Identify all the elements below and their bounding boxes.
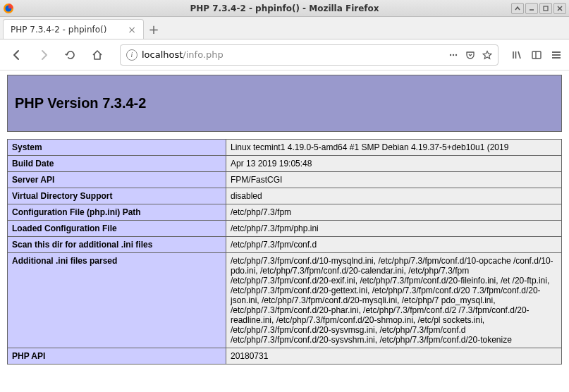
php-version-title: PHP Version 7.3.4-2 [15, 95, 554, 111]
forward-button [34, 45, 54, 65]
row-value: FPM/FastCGI [226, 172, 562, 188]
svg-point-6 [455, 54, 457, 55]
row-value: 20180731 [226, 348, 562, 365]
table-row: Server APIFPM/FastCGI [8, 172, 562, 188]
row-key: Configuration File (php.ini) Path [8, 204, 226, 221]
table-row: Virtual Directory Supportdisabled [8, 188, 562, 204]
window-maximize-button[interactable] [539, 3, 552, 14]
firefox-logo-icon [3, 3, 14, 14]
tab-bar: PHP 7.3.4-2 - phpinfo() × + [0, 17, 569, 39]
row-value: /etc/php/7.3/fpm/conf.d/10-mysqlnd.ini, … [226, 253, 562, 348]
toolbar-right [511, 49, 562, 61]
table-row: Additional .ini files parsed/etc/php/7.3… [8, 253, 562, 348]
window-minimize-button[interactable] [525, 3, 538, 14]
site-info-icon[interactable]: i [126, 49, 137, 61]
sidebar-icon[interactable] [531, 49, 542, 61]
svg-point-5 [453, 54, 454, 55]
svg-rect-3 [544, 6, 548, 11]
close-tab-icon[interactable]: × [128, 24, 136, 35]
new-tab-button[interactable]: + [144, 19, 164, 39]
row-key: Additional .ini files parsed [8, 253, 226, 348]
tab-label: PHP 7.3.4-2 - phpinfo() [11, 25, 122, 35]
svg-line-9 [518, 51, 520, 59]
row-key: System [8, 140, 226, 156]
browser-tab[interactable]: PHP 7.3.4-2 - phpinfo() × [3, 19, 144, 39]
dots-icon[interactable] [448, 50, 458, 60]
window-controls [511, 3, 566, 14]
window-title: PHP 7.3.4-2 - phpinfo() - Mozilla Firefo… [190, 4, 379, 13]
row-value: /etc/php/7.3/fpm/php.ini [226, 221, 562, 237]
row-value: Apr 13 2019 19:05:48 [226, 156, 562, 172]
window-titlebar: PHP 7.3.4-2 - phpinfo() - Mozilla Firefo… [0, 0, 569, 17]
reload-button[interactable] [61, 45, 80, 65]
table-row: Build DateApr 13 2019 19:05:48 [8, 156, 562, 172]
table-row: Loaded Configuration File/etc/php/7.3/fp… [8, 221, 562, 237]
table-row: Scan this dir for additional .ini files/… [8, 237, 562, 253]
window-close-button[interactable] [553, 3, 566, 14]
row-value: /etc/php/7.3/fpm [226, 204, 562, 221]
url-host: localhost [142, 49, 183, 60]
pocket-icon[interactable] [465, 50, 475, 60]
table-row: SystemLinux tecmint1 4.19.0-5-amd64 #1 S… [8, 140, 562, 156]
page-viewport[interactable]: PHP Version 7.3.4-2 SystemLinux tecmint1… [0, 71, 569, 392]
row-value: /etc/php/7.3/fpm/conf.d [226, 237, 562, 253]
menu-icon[interactable] [551, 49, 562, 61]
row-value: Linux tecmint1 4.19.0-5-amd64 #1 SMP Deb… [226, 140, 562, 156]
row-value: disabled [226, 188, 562, 204]
url-bar[interactable]: i localhost/info.php [120, 44, 498, 66]
phpinfo-table: SystemLinux tecmint1 4.19.0-5-amd64 #1 S… [7, 139, 562, 365]
library-icon[interactable] [511, 49, 522, 61]
row-key: Server API [8, 172, 226, 188]
row-key: Virtual Directory Support [8, 188, 226, 204]
bookmark-star-icon[interactable] [482, 50, 492, 60]
table-row: PHP API20180731 [8, 348, 562, 365]
svg-point-4 [450, 54, 451, 55]
url-path: /info.php [183, 49, 223, 60]
row-key: PHP API [8, 348, 226, 365]
php-version-header: PHP Version 7.3.4-2 [7, 75, 562, 132]
table-row: Configuration File (php.ini) Path/etc/ph… [8, 204, 562, 221]
home-button[interactable] [87, 45, 107, 65]
row-key: Scan this dir for additional .ini files [8, 237, 226, 253]
row-key: Build Date [8, 156, 226, 172]
navigation-toolbar: i localhost/info.php [0, 39, 569, 71]
url-text: localhost/info.php [142, 49, 444, 60]
svg-rect-10 [532, 51, 541, 59]
back-button[interactable] [7, 45, 27, 65]
urlbar-right-icons [448, 50, 492, 60]
window-up-button[interactable] [511, 3, 524, 14]
row-key: Loaded Configuration File [8, 221, 226, 237]
